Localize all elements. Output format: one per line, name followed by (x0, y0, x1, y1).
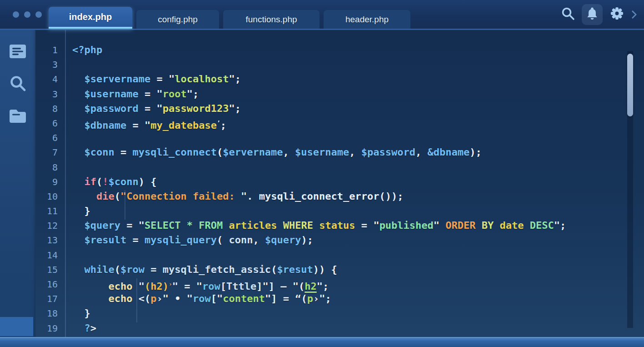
line-number: 11 (35, 204, 65, 218)
tab-bar: index.phpconfig.phpfunctions.phpheader.p… (49, 0, 410, 29)
line-number: 10 (35, 189, 65, 204)
notifications-button[interactable] (582, 4, 603, 25)
line-number: 16 (35, 277, 65, 292)
window-controls (13, 11, 42, 18)
line-number: 19 (35, 321, 65, 336)
indent-guide (125, 190, 125, 220)
file-lines-icon (9, 43, 27, 61)
line-number: 14 (35, 248, 65, 262)
top-bar-actions (557, 0, 637, 29)
activity-sidebar (0, 30, 35, 347)
tab-functions-php[interactable]: functions.php (223, 10, 320, 29)
line-number: 7 (35, 145, 65, 160)
code-line[interactable]: die("Connection failed: ". mysqli_connec… (72, 189, 644, 204)
code-line[interactable] (72, 57, 644, 72)
line-number: 13 (35, 233, 65, 247)
tab-label: index.php (69, 12, 112, 22)
code-line[interactable] (72, 131, 644, 145)
code-line[interactable]: while($row = mysqli_fetch_assic($resut))… (72, 262, 644, 277)
line-number: 1 (35, 43, 65, 57)
folder-panel-button[interactable] (8, 107, 28, 127)
top-bar: index.phpconfig.phpfunctions.phpheader.p… (0, 0, 644, 30)
code-lines: <?php $servername = "localhost"; $userna… (67, 30, 644, 336)
tab-config-php[interactable]: config.php (136, 10, 219, 29)
code-line[interactable]: echo "(h2)›" = "row[Tttle]"] – "(h2"; (72, 277, 644, 292)
line-number: 12 (35, 218, 65, 233)
code-line[interactable]: ?> (72, 321, 644, 336)
line-number: 6 (35, 131, 65, 145)
line-number: 3 (35, 57, 65, 72)
code-line[interactable]: } (72, 306, 644, 321)
bell-icon (586, 6, 599, 22)
code-line[interactable]: $conn = mysqli_connect($ervername, $user… (72, 145, 644, 160)
search-icon (9, 75, 27, 95)
code-line[interactable]: $dbname = "my_datebaseʼ; (72, 116, 644, 131)
settings-button[interactable] (606, 4, 627, 25)
line-number: 3 (35, 87, 65, 101)
indent-guide (136, 278, 137, 322)
search-button[interactable] (557, 4, 578, 25)
window-dot-3[interactable] (35, 11, 42, 18)
line-number: 4 (35, 72, 65, 86)
code-line[interactable]: } (72, 204, 644, 218)
gear-icon (609, 6, 624, 23)
tab-label: functions.php (245, 15, 297, 25)
gutter-numbers: 134386678910111213141516171819 (35, 30, 65, 336)
line-number: 18 (35, 306, 65, 321)
code-line[interactable]: $result = mysqli_query( conn, $query); (72, 233, 644, 247)
window-dot-2[interactable] (24, 11, 30, 18)
line-number: 8 (35, 160, 65, 175)
editor-pane[interactable]: 134386678910111213141516171819 <?php $se… (35, 30, 644, 337)
status-bar (0, 337, 644, 347)
code-line[interactable]: $password = "password123"; (72, 101, 644, 116)
code-line[interactable]: $query = "SELECT * FROM articles WHERE s… (72, 218, 644, 233)
tab-header-php[interactable]: header.php (324, 10, 410, 29)
search-panel-button[interactable] (8, 75, 28, 95)
window-dot-1[interactable] (13, 11, 19, 18)
tab-label: header.php (345, 15, 389, 25)
code-line[interactable]: $servername = "localhost"; (72, 72, 644, 86)
file-explorer-button[interactable] (8, 42, 28, 62)
line-number: 9 (35, 175, 65, 189)
tab-index-php[interactable]: index.php (49, 7, 132, 29)
line-number: 8 (35, 101, 65, 116)
code-line[interactable] (72, 248, 644, 262)
gutter: 134386678910111213141516171819 (35, 30, 66, 337)
folder-icon (9, 108, 27, 126)
line-number: 17 (35, 292, 65, 306)
code-line[interactable]: echo <(p›" • "row["content"] = “(p›"; (72, 292, 644, 306)
line-number: 15 (35, 262, 65, 277)
search-icon (560, 6, 575, 23)
sidebar-bottom-panel (0, 317, 33, 336)
code-editor-window: index.phpconfig.phpfunctions.phpheader.p… (0, 0, 644, 347)
scrollbar-thumb[interactable] (627, 54, 633, 116)
line-number: 6 (35, 116, 65, 131)
code-line[interactable]: $username = "root"; (72, 87, 644, 101)
code-line[interactable]: <?php (72, 43, 644, 57)
tab-label: config.php (158, 15, 198, 25)
chevron-right-icon (632, 10, 637, 19)
code-line[interactable] (72, 160, 644, 175)
code-area[interactable]: <?php $servername = "localhost"; $userna… (67, 30, 644, 337)
code-line[interactable]: if(!$conn) { (72, 175, 644, 189)
